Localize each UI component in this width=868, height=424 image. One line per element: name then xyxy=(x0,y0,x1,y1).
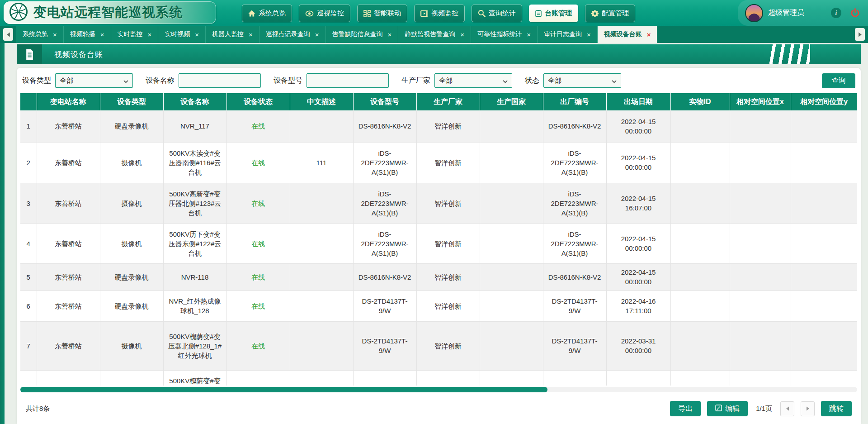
table-cell: DS-8616N-K8-V2 xyxy=(543,263,606,291)
horizontal-scrollbar-thumb[interactable] xyxy=(20,387,547,392)
table-cell xyxy=(290,370,353,386)
nav-config-management[interactable]: 配置管理 xyxy=(585,5,635,22)
table-cell xyxy=(670,263,730,291)
table-cell xyxy=(290,110,353,142)
table-cell xyxy=(670,321,730,370)
table-cell xyxy=(791,110,857,142)
nav-patrol-monitor[interactable]: 巡视监控 xyxy=(299,5,350,22)
avatar[interactable] xyxy=(745,4,763,22)
tab-0[interactable]: 系统总览× xyxy=(16,26,64,43)
table-cell xyxy=(730,142,791,183)
table-cell: 东善桥站 xyxy=(37,224,100,263)
tab-close-icon[interactable]: × xyxy=(315,31,319,38)
nav-smart-linkage[interactable]: 智能联动 xyxy=(357,5,407,22)
nav-label: 台账管理 xyxy=(545,9,572,18)
nav-label: 智能联动 xyxy=(374,9,401,18)
tab-4[interactable]: 机器人监控× xyxy=(206,26,259,43)
table-cell: 2022-04-15 00:00:00 xyxy=(606,142,670,183)
filter-label: 设备名称 xyxy=(146,76,175,86)
tab-close-icon[interactable]: × xyxy=(647,31,651,38)
table-cell: 摄像机 xyxy=(100,183,163,224)
edit-button[interactable]: 编辑 xyxy=(707,401,748,416)
table-cell: DS-8616N-K8-V2 xyxy=(353,263,416,291)
tab-close-icon[interactable]: × xyxy=(148,31,152,38)
filter-group-status: 状态全部 xyxy=(525,73,621,88)
table-cell: 在线 xyxy=(226,110,290,142)
tab-active[interactable]: 视频设备台账× xyxy=(598,26,658,43)
table-cell xyxy=(730,291,791,321)
table-cell xyxy=(543,370,606,386)
jump-button[interactable]: 跳转 xyxy=(821,401,852,416)
table-cell xyxy=(791,370,857,386)
table-cell xyxy=(791,291,857,321)
tabs: 系统总览×视频轮播×实时监控×实时视频×机器人监控×巡视点记录查询×告警缺陷信息… xyxy=(16,26,657,43)
prev-page-button[interactable] xyxy=(780,401,794,416)
content-panel: 设备类型全部设备名称设备型号生产厂家全部状态全部查询 变电站名称设备类型设备名称… xyxy=(17,68,861,424)
table-cell xyxy=(416,370,480,386)
tab-1[interactable]: 视频轮播× xyxy=(64,26,111,43)
tab-3[interactable]: 实时视频× xyxy=(158,26,206,43)
tab-label: 实时监控 xyxy=(118,30,143,38)
filter-label: 设备型号 xyxy=(274,76,302,86)
footer-actions: 导出 编辑 1/1页 xyxy=(670,401,852,416)
filter-device-type-select[interactable]: 全部 xyxy=(55,73,133,88)
tab-close-icon[interactable]: × xyxy=(460,31,464,38)
tabs-scroll-right-button[interactable] xyxy=(855,28,865,41)
tab-close-icon[interactable]: × xyxy=(100,31,104,38)
tab-2[interactable]: 实时监控× xyxy=(111,26,159,43)
tab-5[interactable]: 巡视点记录查询× xyxy=(259,26,326,43)
nav-video-monitor[interactable]: 视频监控 xyxy=(414,5,465,22)
nav-label: 系统总览 xyxy=(259,9,286,18)
tab-9[interactable]: 审计日志查询× xyxy=(538,26,598,43)
nav-ledger-management[interactable]: 台账管理 xyxy=(529,5,578,22)
table-cell: DS-8616N-K8-V2 xyxy=(543,110,606,142)
search-icon xyxy=(478,10,486,17)
tab-8[interactable]: 可靠性指标统计× xyxy=(471,26,538,43)
tab-7[interactable]: 静默监视告警查询× xyxy=(398,26,471,43)
info-icon[interactable]: i xyxy=(831,8,841,18)
table-cell: NVR-118 xyxy=(163,263,226,291)
nav-query-stats[interactable]: 查询统计 xyxy=(472,5,522,22)
tab-close-icon[interactable]: × xyxy=(249,31,253,38)
app-header: 变电站远程智能巡视系统 系统总览巡视监控智能联动视频监控查询统计台账管理配置管理… xyxy=(0,0,868,26)
nav-system-overview[interactable]: 系统总览 xyxy=(242,5,292,22)
nav-label: 配置管理 xyxy=(602,9,629,18)
page-title: 视频设备台账 xyxy=(54,49,103,60)
tab-close-icon[interactable]: × xyxy=(195,31,199,38)
table-row: 3东善桥站摄像机500KV高新变#变压器北侧#123#云台机在线iDS-2DE7… xyxy=(20,183,857,224)
tabs-scroll-left-button[interactable] xyxy=(3,28,13,41)
nav-label: 视频监控 xyxy=(431,9,458,18)
tab-close-icon[interactable]: × xyxy=(53,31,57,38)
filter-device-model-input[interactable] xyxy=(307,73,389,88)
filter-group-device-name: 设备名称 xyxy=(146,73,261,88)
home-icon xyxy=(248,10,255,17)
table-cell xyxy=(480,224,543,263)
search-button[interactable]: 查询 xyxy=(822,73,855,88)
filter-device-name-input[interactable] xyxy=(179,73,261,88)
column-header: 设备类型 xyxy=(100,93,163,110)
filter-manufacturer-select[interactable]: 全部 xyxy=(434,73,512,88)
logo-panel: 变电站远程智能巡视系统 xyxy=(4,1,216,24)
tab-close-icon[interactable]: × xyxy=(587,31,591,38)
column-header: 中文描述 xyxy=(290,93,353,110)
table-cell: 智洋创新 xyxy=(416,183,480,224)
table-cell: 东善桥站 xyxy=(37,110,100,142)
tab-close-icon[interactable]: × xyxy=(388,31,392,38)
column-header: 设备状态 xyxy=(226,93,290,110)
power-icon[interactable] xyxy=(850,8,860,18)
footer-bar: 共计8条 导出 编辑 1/1页 xyxy=(17,393,861,424)
document-icon xyxy=(17,44,42,64)
table-header-row: 变电站名称设备类型设备名称设备状态中文描述设备型号生产厂家生产国家出厂编号出场日… xyxy=(20,93,857,110)
table-cell: 2022-03-31 00:00:00 xyxy=(606,321,670,370)
export-button[interactable]: 导出 xyxy=(670,401,701,416)
table-row: 500KV槐荫变#变 xyxy=(20,370,857,386)
app-title: 变电站远程智能巡视系统 xyxy=(33,4,183,22)
tab-close-icon[interactable]: × xyxy=(527,31,531,38)
table-cell xyxy=(480,370,543,386)
tab-6[interactable]: 告警缺陷信息查询× xyxy=(326,26,399,43)
table-cell: 东善桥站 xyxy=(37,321,100,370)
user-area: 超级管理员 i xyxy=(738,0,868,26)
table-cell: 东善桥站 xyxy=(37,263,100,291)
next-page-button[interactable] xyxy=(801,401,815,416)
filter-status-select[interactable]: 全部 xyxy=(543,73,621,88)
